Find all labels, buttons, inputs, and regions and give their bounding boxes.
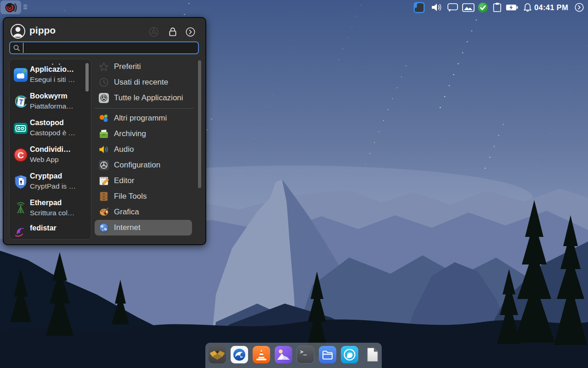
app-name: Castopod [30, 119, 64, 127]
app-desc: Scrittura col… [30, 209, 74, 217]
nav-label: Tutte le Applicazioni [114, 93, 183, 103]
menu-header: pippo [4, 18, 205, 42]
etherpad-antenna-icon [13, 201, 28, 216]
vlc-icon[interactable] [252, 345, 271, 364]
app-window-icon[interactable] [413, 0, 425, 15]
distro-logo-icon [5, 1, 17, 14]
applications-menu-button[interactable] [0, 0, 21, 14]
battery-charging-icon[interactable] [506, 0, 518, 15]
category-label: File Tools [114, 192, 147, 201]
clock[interactable]: 04:41 PM [532, 0, 571, 15]
app-item-condividi[interactable]: C Condividi… Web App [10, 143, 91, 168]
speaker-icon [98, 144, 109, 155]
nav-item-tutte-le-applicazioni[interactable]: Tutte le Applicazioni [95, 90, 201, 106]
notepad-pencil-icon [98, 175, 109, 186]
fedistar-icon [13, 224, 28, 239]
updates-ok-icon[interactable] [478, 0, 488, 15]
app-desc: Castopod è … [30, 129, 75, 137]
globe-icon [98, 222, 109, 233]
category-audio[interactable]: Audio [95, 142, 201, 157]
category-archiving[interactable]: Archiving [95, 126, 201, 142]
config-wheel-icon [98, 160, 109, 171]
app-name: Applicazio… [30, 65, 74, 74]
archive-box-icon [98, 128, 109, 139]
clipboard-icon[interactable] [493, 0, 502, 15]
app-item-applicazioni[interactable]: Applicazio… Esegui i siti … [10, 63, 91, 88]
clipped-item-remnant [52, 59, 66, 61]
volume-icon[interactable] [431, 0, 442, 15]
category-internet[interactable]: Internet [95, 220, 192, 236]
nav-item-preferiti[interactable]: Preferiti [95, 59, 201, 75]
apps-scrollbar[interactable] [85, 63, 89, 92]
svg-text:C: C [17, 150, 24, 160]
search-input[interactable] [23, 43, 198, 53]
search-icon [13, 45, 20, 52]
application-menu: pippo [3, 17, 206, 245]
nav-item-recenti[interactable]: Usati di recente [95, 75, 201, 90]
settings-wheel-icon[interactable] [148, 26, 159, 37]
app-desc: Piattaforma… [30, 102, 74, 110]
top-panel: 04:41 PM [0, 0, 588, 15]
app-item-cryptpad[interactable]: Cryptpad CryptPad is … [10, 169, 91, 195]
app-item-bookwyrm[interactable]: Bookwyrm Piattaforma… [10, 89, 91, 115]
screenshot-icon[interactable] [462, 0, 475, 15]
all-apps-wheel-icon [98, 92, 109, 104]
category-altri-programmi[interactable]: Altri programmi [95, 110, 201, 126]
logout-icon[interactable] [185, 26, 196, 37]
colored-dots-icon [98, 113, 109, 124]
panel-grip-icon[interactable] [23, 5, 27, 10]
app-desc: CryptPad is … [30, 182, 76, 190]
drawer-icon [98, 191, 109, 202]
chat-icon[interactable] [447, 0, 458, 15]
category-label: Altri programmi [114, 114, 167, 123]
palette-icon [98, 207, 109, 218]
category-grafica[interactable]: Grafica [95, 204, 201, 220]
red-c-icon: C [13, 148, 28, 162]
librewolf-icon[interactable] [340, 345, 359, 364]
webapps-cloud-icon [13, 68, 28, 82]
app-desc: Web App [30, 155, 59, 164]
category-editor[interactable]: Editor [95, 173, 201, 189]
categories-scrollbar[interactable] [198, 60, 201, 188]
expand-icon[interactable] [575, 0, 584, 15]
nav-label: Usati di recente [114, 78, 168, 87]
desktop: 04:41 PM pippo [0, 0, 588, 368]
app-name: Bookwyrm [30, 92, 68, 100]
app-item-fedistar[interactable]: fedistar [10, 221, 91, 240]
category-configuration[interactable]: Configuration [95, 157, 201, 173]
avatar[interactable] [10, 23, 26, 39]
separator [95, 108, 194, 109]
categories-column: Preferiti Usati di recente [95, 59, 201, 236]
bookwyrm-icon [13, 94, 28, 109]
file-manager-icon[interactable] [318, 345, 337, 364]
category-file-tools[interactable]: File Tools [95, 189, 201, 204]
user-name: pippo [29, 25, 56, 36]
libreoffice-document-icon[interactable] [362, 345, 381, 364]
terminal-icon[interactable]: >_ [296, 345, 315, 364]
nav-label: Preferiti [114, 62, 141, 71]
app-desc: Esegui i siti … [30, 75, 75, 84]
category-label: Configuration [114, 161, 160, 170]
search-bar[interactable] [9, 41, 199, 54]
app-item-etherpad[interactable]: Etherpad Scrittura col… [10, 196, 91, 222]
category-label: Internet [114, 223, 141, 232]
app-name: Cryptpad [30, 172, 62, 180]
app-item-castopod[interactable]: Castopod Castopod è … [10, 116, 91, 142]
notifications-icon[interactable] [523, 0, 532, 15]
category-label: Editor [114, 176, 134, 185]
castopod-cassette-icon [13, 121, 28, 136]
svg-text:>_: >_ [300, 349, 307, 356]
cryptpad-shield-icon [13, 174, 28, 189]
star-icon [98, 61, 109, 72]
category-label: Archiving [114, 129, 146, 138]
dock: >_ [205, 343, 382, 368]
lock-icon[interactable] [167, 26, 178, 37]
category-label: Grafica [114, 207, 139, 217]
package-box-icon[interactable] [208, 345, 226, 364]
applications-list: Applicazio… Esegui i siti … Bookwyrm Pia… [9, 59, 91, 240]
thunderbird-icon[interactable] [230, 345, 249, 364]
app-name: fedistar [30, 224, 57, 232]
photos-icon[interactable] [274, 345, 293, 364]
category-label: Audio [114, 145, 134, 154]
app-name: Etherpad [30, 199, 62, 207]
